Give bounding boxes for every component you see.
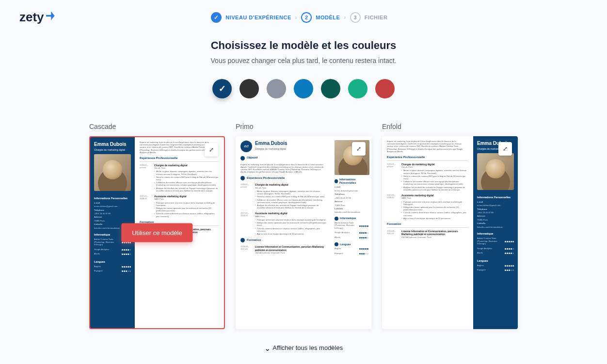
cv-section: Expérience Professionnelle <box>387 156 468 161</box>
check-icon <box>211 12 222 23</box>
logo-text: zety <box>19 10 44 25</box>
page-subtitle: Vous pouvez changer cela plus tard, le c… <box>0 57 607 64</box>
step-experience[interactable]: NIVEAU D'EXPÉRIENCE <box>211 12 291 23</box>
color-swatch-5[interactable] <box>348 79 367 98</box>
chevron-right-icon: › <box>295 14 298 21</box>
color-swatch-6[interactable] <box>375 79 395 98</box>
cv-section: Objectif <box>240 156 327 161</box>
cv-section: Informations Personnelles <box>94 197 131 200</box>
color-swatch-1[interactable] <box>240 79 259 98</box>
cv-section: Informatique <box>335 217 368 221</box>
cv-role: Chargée de marketing digital <box>255 147 288 151</box>
cv-name: Emma Dubois <box>94 141 131 147</box>
cv-section: Langues <box>94 260 131 264</box>
avatar <box>477 153 514 190</box>
cv-section: Expérience Professionnelle <box>140 157 219 162</box>
color-swatch-4[interactable] <box>321 79 340 98</box>
cv-section: Formation <box>387 222 468 228</box>
cv-section: Informations Personnelles <box>477 196 514 199</box>
page-title: Choisissez le modèle et les couleurs <box>0 39 607 52</box>
expand-icon[interactable]: ⤢ <box>205 143 218 157</box>
step-number: 3 <box>350 12 361 23</box>
template-name-primo: Primo <box>236 123 371 130</box>
cv-section: Informations Personnelles <box>335 178 368 185</box>
cv-section: Informatique <box>477 232 514 236</box>
use-template-button[interactable]: Utiliser ce modèle <box>121 223 192 242</box>
step-template[interactable]: 2 MODÈLE <box>301 12 340 23</box>
logo[interactable]: zety <box>19 10 55 25</box>
step-file[interactable]: 3 FICHIER <box>350 12 388 23</box>
color-swatch-0[interactable] <box>212 79 232 98</box>
show-all-templates-button[interactable]: Afficher tous les modèles <box>0 344 607 364</box>
template-card-enfold[interactable]: ⤢ Emma Dubois Chargée de marketing digit… <box>382 136 518 329</box>
cv-section: Expérience Professionnelle <box>240 176 327 181</box>
step-label: MODÈLE <box>316 15 340 20</box>
avatar <box>94 154 131 191</box>
initials-badge: ed <box>240 141 252 152</box>
step-number: 2 <box>301 12 312 23</box>
step-label: FICHIER <box>365 15 388 20</box>
color-swatch-3[interactable] <box>294 79 313 98</box>
color-swatch-2[interactable] <box>267 79 286 98</box>
color-picker <box>0 79 607 98</box>
template-card-primo[interactable]: ⤢ ed Emma Dubois Chargée de marketing di… <box>236 136 371 329</box>
chevron-right-icon: › <box>344 14 346 21</box>
cv-section: Langues <box>335 242 368 246</box>
breadcrumb: NIVEAU D'EXPÉRIENCE › 2 MODÈLE › 3 FICHI… <box>211 12 387 23</box>
cv-name: Emma Dubois <box>255 140 288 146</box>
template-name-cascade: Cascade <box>89 123 225 130</box>
expand-icon[interactable]: ⤢ <box>498 142 512 156</box>
expand-icon[interactable]: ⤢ <box>352 142 366 156</box>
step-label: NIVEAU D'EXPÉRIENCE <box>225 15 291 20</box>
template-name-enfold: Enfold <box>382 123 518 130</box>
cv-role: Chargée de marketing digital <box>94 148 131 152</box>
cv-section: Formation <box>240 238 327 243</box>
cv-section: Langues <box>477 259 514 263</box>
template-card-cascade[interactable]: ⤢ Utiliser ce modèle Emma Dubois Chargée… <box>89 136 225 329</box>
logo-icon <box>46 12 55 20</box>
